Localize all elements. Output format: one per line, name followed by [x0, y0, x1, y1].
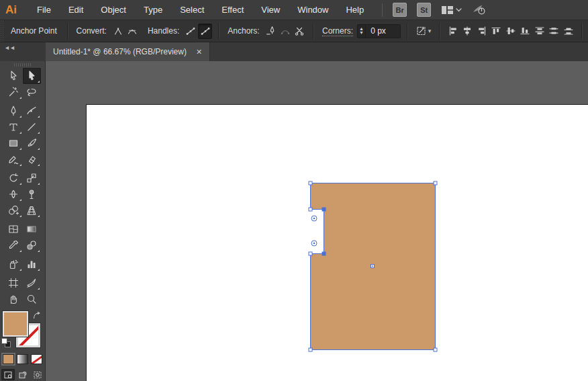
corners-value-input[interactable]	[366, 24, 401, 38]
anchor-notch-inner-bottom-selected[interactable]	[322, 252, 326, 256]
draw-inside-button[interactable]	[31, 369, 44, 380]
canvas-pasteboard[interactable]	[46, 61, 588, 381]
shaper-tool[interactable]	[5, 151, 23, 167]
show-handles-button[interactable]	[198, 24, 213, 39]
width-tool-icon	[7, 188, 19, 200]
stock-button[interactable]: St	[417, 3, 431, 17]
blend-tool[interactable]	[23, 237, 41, 253]
direct-selection-tool[interactable]	[23, 68, 41, 84]
control-bar-gripper[interactable]	[0, 20, 4, 42]
shape-builder-tool[interactable]	[5, 202, 23, 218]
collapse-tool-panel-button[interactable]: ◄◄	[0, 42, 46, 61]
zoom-magnifier-icon	[26, 293, 38, 305]
width-tool[interactable]	[5, 186, 23, 202]
swap-fill-stroke-icon[interactable]	[32, 311, 42, 320]
distribute-vertical-bottom-button[interactable]	[561, 24, 575, 39]
pen-tool[interactable]	[5, 103, 23, 119]
type-tool[interactable]	[5, 119, 23, 135]
convert-to-corner-button[interactable]	[111, 24, 125, 39]
anchor-top-right[interactable]	[434, 181, 437, 185]
bridge-button[interactable]: Br	[393, 3, 407, 17]
color-button[interactable]	[3, 354, 14, 364]
magic-wand-tool[interactable]	[5, 84, 23, 100]
workspace-switcher-button[interactable]	[441, 5, 462, 15]
collapse-panel-icon: ◄◄	[4, 44, 15, 51]
context-label: Anchor Point	[11, 26, 57, 36]
curvature-tool[interactable]	[23, 103, 41, 119]
menu-help[interactable]: Help	[337, 0, 373, 19]
anchor-bottom-right[interactable]	[434, 348, 437, 351]
corners-stepper[interactable]: ▲ ▼	[357, 24, 366, 38]
align-horizontal-right-button[interactable]	[475, 24, 489, 39]
paintbrush-tool[interactable]	[23, 135, 41, 151]
rectangle-tool[interactable]	[5, 135, 23, 151]
align-vertical-bottom-button[interactable]	[518, 24, 532, 39]
hand-tool[interactable]	[5, 291, 23, 307]
rotate-tool[interactable]	[5, 170, 23, 186]
corners-label[interactable]: Corners:	[322, 26, 353, 36]
remove-anchor-points-button[interactable]	[264, 24, 278, 39]
convert-to-smooth-button[interactable]	[125, 24, 139, 39]
zoom-tool[interactable]	[23, 291, 41, 307]
close-tab-icon[interactable]: ✕	[196, 48, 202, 56]
menu-view[interactable]: View	[252, 0, 289, 19]
gradient-button[interactable]	[17, 354, 28, 364]
symbol-sprayer-tool[interactable]	[5, 256, 23, 272]
menu-file[interactable]: File	[28, 0, 60, 19]
align-vertical-top-button[interactable]	[489, 24, 503, 39]
tool-grid	[5, 68, 41, 307]
scale-tool[interactable]	[23, 170, 41, 186]
anchor-bottom-left[interactable]	[309, 348, 312, 351]
line-segment-tool[interactable]	[23, 119, 41, 135]
anchor-top-left[interactable]	[309, 181, 312, 185]
eraser-icon	[26, 153, 38, 165]
touch-workspace-toggle[interactable]	[472, 4, 487, 15]
align-horizontal-center-button[interactable]	[460, 24, 475, 39]
distribute-vertical-top-button[interactable]	[532, 24, 546, 39]
menu-window[interactable]: Window	[289, 0, 337, 19]
default-fill-stroke-icon[interactable]	[1, 338, 11, 347]
menu-type[interactable]: Type	[135, 0, 171, 19]
control-bar: Anchor Point Convert: Handles:	[0, 20, 588, 42]
cut-path-at-anchor-button[interactable]	[293, 24, 307, 39]
column-graph-tool[interactable]	[23, 256, 41, 272]
slice-knife-icon	[26, 277, 38, 289]
perspective-grid-tool[interactable]	[23, 202, 41, 218]
hide-handles-button[interactable]	[183, 24, 197, 39]
connect-end-points-button[interactable]	[278, 24, 292, 39]
select-similar-objects-button[interactable]: ▾	[413, 24, 433, 39]
none-button[interactable]	[31, 354, 42, 364]
rectangle-icon	[7, 137, 19, 149]
align-horizontal-left-button[interactable]	[446, 24, 460, 39]
distribute-vertical-center-button[interactable]	[546, 24, 560, 39]
artboard-canvas[interactable]	[46, 61, 588, 381]
anchor-notch-outer-bottom[interactable]	[309, 252, 312, 255]
puppet-warp-tool[interactable]	[23, 186, 41, 202]
tool-panel	[0, 61, 46, 381]
fill-stroke-indicator	[1, 311, 44, 350]
draw-normal-button[interactable]	[1, 369, 15, 380]
menu-edit[interactable]: Edit	[60, 0, 92, 19]
selection-tool[interactable]	[5, 68, 23, 84]
menu-select[interactable]: Select	[171, 0, 213, 19]
eyedropper-tool[interactable]	[5, 237, 23, 253]
artboard-tool[interactable]	[5, 275, 23, 291]
lasso-tool[interactable]	[23, 84, 41, 100]
gradient-tool[interactable]	[23, 221, 41, 237]
panel-gripper[interactable]	[14, 63, 32, 67]
document-tab-title: Untitled-1* @ 66.67% (RGB/Preview)	[53, 47, 187, 56]
anchors-label: Anchors:	[228, 26, 259, 36]
draw-behind-button[interactable]	[16, 369, 30, 380]
eraser-tool[interactable]	[23, 151, 41, 167]
draw-normal-icon	[3, 371, 13, 379]
slice-tool[interactable]	[23, 275, 41, 291]
mesh-tool[interactable]	[5, 221, 23, 237]
anchor-notch-outer-top[interactable]	[309, 208, 312, 211]
document-tab[interactable]: Untitled-1* @ 66.67% (RGB/Preview) ✕	[46, 42, 210, 61]
align-vertical-center-button[interactable]	[503, 24, 518, 39]
fill-swatch[interactable]	[3, 311, 28, 337]
menu-effect[interactable]: Effect	[213, 0, 252, 19]
menu-bar-right: Br St	[382, 3, 487, 17]
menu-object[interactable]: Object	[92, 0, 135, 19]
anchor-notch-inner-top-selected[interactable]	[322, 208, 326, 212]
